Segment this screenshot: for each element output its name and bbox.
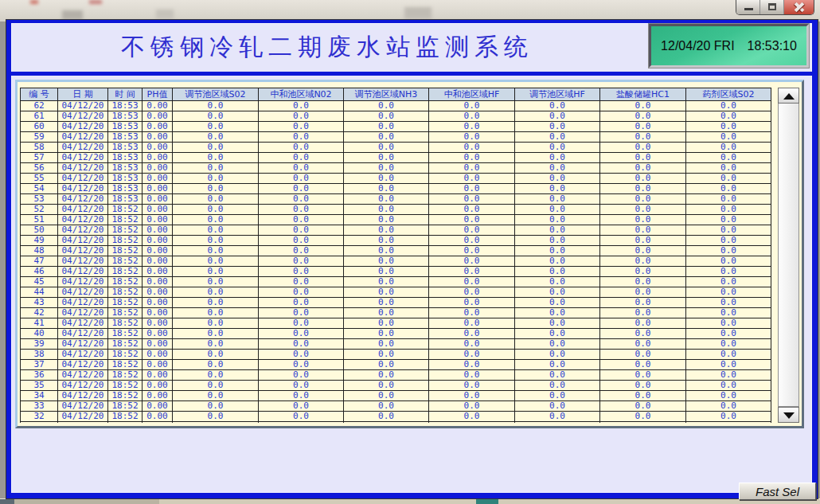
table-cell: 0.0 <box>344 318 429 329</box>
table-cell: 04/12/20 <box>58 225 108 236</box>
table-cell: 0.0 <box>600 298 686 308</box>
table-cell: 0.0 <box>429 236 515 246</box>
table-row: 5704/12/2018:530.000.00.00.00.00.00.00.0 <box>21 153 771 163</box>
table-cell: 0.0 <box>173 381 259 391</box>
table-cell: 0.0 <box>600 163 686 174</box>
table-cell: 04/12/20 <box>58 339 108 350</box>
table-cell: 18:52 <box>108 370 143 381</box>
table-cell: 0.00 <box>143 163 173 174</box>
table-cell: 04/12/20 <box>58 412 108 422</box>
table-cell: 53 <box>21 194 58 205</box>
taskbar-segment <box>14 499 159 504</box>
table-cell: 51 <box>21 215 58 225</box>
table-cell: 0.0 <box>600 370 686 381</box>
table-cell: 18:52 <box>108 267 143 277</box>
table-header-row: 编 号日 期时 间PH值调节池区域S02中和池区域N02调节池区域NH3中和池区… <box>21 88 771 101</box>
table-cell: 0.0 <box>173 122 259 132</box>
maximize-button[interactable] <box>759 0 783 14</box>
table-cell: 55 <box>21 174 58 184</box>
table-row: 4904/12/2018:520.000.00.00.00.00.00.00.0 <box>21 236 771 246</box>
table-cell: 0.0 <box>600 381 686 391</box>
table-cell: 0.0 <box>515 412 600 422</box>
table-cell: 0.0 <box>515 194 600 205</box>
table-cell: 31 <box>21 422 58 424</box>
table-cell: 0.0 <box>429 412 515 422</box>
table-cell: 0.0 <box>344 153 429 163</box>
table-cell: 0.00 <box>143 360 173 370</box>
scroll-down-button[interactable] <box>778 407 799 423</box>
table-cell: 0.0 <box>173 360 259 370</box>
table-cell: 0.00 <box>143 111 173 122</box>
table-cell: 0.0 <box>515 287 600 298</box>
table-cell: 0.00 <box>143 205 173 215</box>
table-cell: 0.0 <box>515 391 600 401</box>
table-cell: 0.0 <box>429 318 515 329</box>
table-cell: 0.00 <box>143 422 173 424</box>
table-cell: 0.0 <box>429 132 515 143</box>
table-cell: 0.0 <box>600 101 686 111</box>
minimize-button[interactable] <box>736 0 759 14</box>
table-cell: 0.0 <box>686 422 771 424</box>
table-cell: 04/12/20 <box>58 391 108 401</box>
table-cell: 40 <box>21 329 58 339</box>
fast-sel-button[interactable]: Fast Sel <box>739 483 816 500</box>
scrollbar-track[interactable] <box>778 104 799 407</box>
table-cell: 18:52 <box>108 308 143 318</box>
table-cell: 0.0 <box>344 256 429 267</box>
table-cell: 0.0 <box>173 329 259 339</box>
table-cell: 0.0 <box>429 194 515 205</box>
table-cell: 0.00 <box>143 101 173 111</box>
table-cell: 0.0 <box>600 153 686 163</box>
table-cell: 0.00 <box>143 298 173 308</box>
table-cell: 0.0 <box>344 412 429 422</box>
table-cell: 18:52 <box>108 381 143 391</box>
table-body: 6204/12/2018:530.000.00.00.00.00.00.00.0… <box>21 101 771 424</box>
table-cell: 0.0 <box>686 267 771 277</box>
table-cell: 47 <box>21 256 58 267</box>
table-cell: 04/12/20 <box>58 184 108 194</box>
table-cell: 60 <box>21 122 58 132</box>
close-button[interactable] <box>783 0 814 14</box>
table-cell: 0.0 <box>173 215 259 225</box>
table-cell: 0.0 <box>686 350 771 360</box>
table-cell: 0.0 <box>344 287 429 298</box>
table-panel: 编 号日 期时 间PH值调节池区域S02中和池区域N02调节池区域NH3中和池区… <box>15 80 804 428</box>
table-cell: 0.0 <box>515 329 600 339</box>
table-cell: 0.0 <box>173 267 259 277</box>
table-cell: 0.0 <box>344 360 429 370</box>
table-cell: 04/12/20 <box>58 381 108 391</box>
table-cell: 0.0 <box>344 370 429 381</box>
table-cell: 62 <box>21 101 58 111</box>
table-cell: 0.0 <box>686 391 771 401</box>
table-cell: 04/12/20 <box>58 401 108 412</box>
table-cell: 04/12/20 <box>58 370 108 381</box>
background-red-mark <box>30 0 38 4</box>
table-cell: 04/12/20 <box>58 174 108 184</box>
table-cell: 0.0 <box>259 339 344 350</box>
table-cell: 0.0 <box>429 339 515 350</box>
table-cell: 0.0 <box>686 298 771 308</box>
table-cell: 0.0 <box>344 267 429 277</box>
table-cell: 04/12/20 <box>58 215 108 225</box>
table-cell: 0.0 <box>344 163 429 174</box>
vertical-scrollbar[interactable] <box>778 88 799 423</box>
table-cell: 0.0 <box>686 153 771 163</box>
table-cell: 0.0 <box>600 277 686 287</box>
table-cell: 0.00 <box>143 350 173 360</box>
table-cell: 0.0 <box>173 246 259 256</box>
column-header: 时 间 <box>108 88 143 101</box>
table-cell: 0.0 <box>515 215 600 225</box>
table-cell: 0.0 <box>259 256 344 267</box>
table-cell: 0.0 <box>173 318 259 329</box>
table-cell: 0.0 <box>173 412 259 422</box>
table-cell: 0.00 <box>143 277 173 287</box>
table-cell: 0.0 <box>429 267 515 277</box>
table-cell: 18:53 <box>108 153 143 163</box>
table-row: 6204/12/2018:530.000.00.00.00.00.00.00.0 <box>21 101 771 111</box>
table-cell: 0.00 <box>143 215 173 225</box>
scroll-up-button[interactable] <box>778 88 799 104</box>
table-cell: 34 <box>21 391 58 401</box>
table-cell: 0.0 <box>686 360 771 370</box>
table-row: 5604/12/2018:530.000.00.00.00.00.00.00.0 <box>21 163 771 174</box>
table-cell: 0.0 <box>515 381 600 391</box>
